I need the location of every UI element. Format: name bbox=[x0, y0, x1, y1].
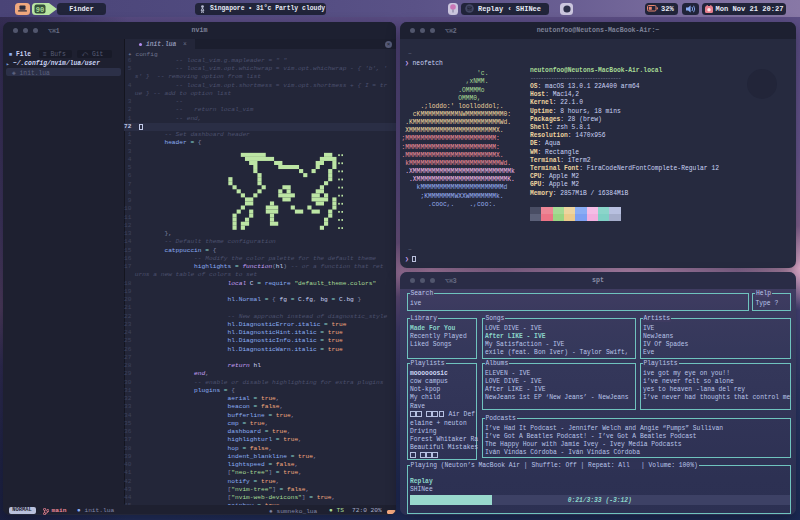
svg-text:90: 90 bbox=[36, 5, 44, 13]
